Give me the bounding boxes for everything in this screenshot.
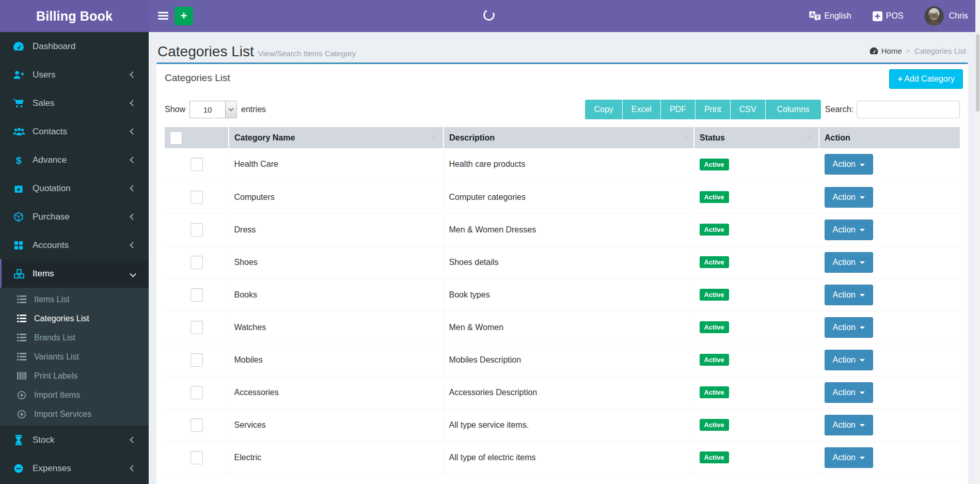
sidebar-item-advance[interactable]: $Advance (0, 146, 149, 174)
sidebar-item-quotation[interactable]: Quotation (0, 174, 149, 202)
export-copy-button[interactable]: Copy (585, 100, 622, 119)
action-dropdown-button[interactable]: Action (825, 350, 873, 370)
chevron-down-icon (130, 271, 136, 277)
quick-add-button[interactable]: + (175, 7, 193, 25)
action-cell: Action (819, 213, 960, 246)
description-cell: Men & Women (444, 311, 694, 344)
category-name-cell: Watches (229, 311, 444, 344)
export-pdf-button[interactable]: PDF (661, 100, 696, 119)
user-menu[interactable]: Chris (924, 6, 968, 26)
row-checkbox[interactable] (191, 321, 203, 334)
export-columns-button[interactable]: Columns (766, 100, 821, 119)
description-cell: Men & Women Dresses (444, 213, 694, 246)
panel-body: Show 10 entries CopyExcelPDFPrintCSVColu… (156, 94, 968, 482)
export-excel-button[interactable]: Excel (623, 100, 661, 119)
sidebar-subitem-print-labels[interactable]: Print Labels (0, 366, 149, 385)
sidebar-subitem-import-items[interactable]: Import Items (0, 385, 149, 404)
row-checkbox[interactable] (191, 418, 203, 432)
add-category-button[interactable]: +Add Category (889, 69, 963, 89)
table-row: ServicesAll type service items.ActiveAct… (165, 409, 960, 441)
action-cell: Action (819, 344, 960, 376)
status-badge: Active (700, 321, 729, 333)
caret-down-icon (860, 392, 865, 394)
action-dropdown-button[interactable]: Action (825, 382, 873, 403)
status-cell: Active (694, 311, 819, 344)
action-dropdown-button[interactable]: Action (825, 252, 873, 273)
breadcrumb-home[interactable]: Home (881, 46, 902, 55)
action-cell: Action (819, 409, 960, 441)
action-dropdown-button[interactable]: Action (825, 447, 873, 468)
row-checkbox[interactable] (191, 223, 203, 237)
row-checkbox[interactable] (191, 386, 203, 399)
status-badge: Active (700, 289, 729, 301)
sidebar-subitem-import-services[interactable]: Import Services (0, 404, 149, 424)
export-button-group: CopyExcelPDFPrintCSVColumns (585, 100, 820, 119)
scrollbar-thumb[interactable] (976, 34, 979, 112)
sort-icon[interactable]: ↓↑ (432, 133, 438, 141)
status-badge: Active (700, 451, 729, 463)
user-name: Chris (949, 11, 968, 21)
import-icon (17, 410, 28, 419)
plus-square-icon (872, 11, 883, 22)
sidebar-item-users[interactable]: Users (0, 60, 149, 89)
sidebar-menu: DashboardUsersSalesContacts$AdvanceQuota… (0, 32, 149, 482)
column-header-category-name[interactable]: Category Name↓↑ (229, 127, 444, 148)
sidebar-item-items[interactable]: Items (0, 259, 149, 288)
status-cell: Active (694, 376, 819, 409)
action-dropdown-button[interactable]: Action (825, 317, 873, 338)
sidebar-subitem-items-list[interactable]: Items List (0, 290, 149, 309)
category-name-cell: Shoes (229, 246, 444, 278)
row-checkbox[interactable] (191, 451, 203, 464)
column-header-description[interactable]: Description↓↑ (444, 127, 694, 148)
search-input[interactable] (857, 101, 960, 118)
language-menu[interactable]: English (809, 11, 851, 21)
sidebar-item-purchase[interactable]: Purchase (0, 202, 149, 231)
caret-down-icon (860, 424, 865, 427)
column-header-status[interactable]: Status↓↑ (694, 127, 819, 148)
row-checkbox[interactable] (191, 353, 203, 367)
category-name-cell: Books (229, 278, 444, 311)
minus-circle-icon (13, 463, 25, 474)
table-row: AccessoriesAccessories DescriptionActive… (165, 376, 960, 409)
row-checkbox[interactable] (191, 256, 203, 269)
sidebar-subitem-variants-list[interactable]: Variants List (0, 347, 149, 366)
status-badge: Active (700, 191, 729, 203)
vertical-scrollbar[interactable] (975, 0, 980, 484)
chevron-left-icon (130, 157, 136, 163)
export-csv-button[interactable]: CSV (731, 100, 766, 119)
sidebar-item-contacts[interactable]: Contacts (0, 117, 149, 146)
sidebar-subitem-brands-list[interactable]: Brands List (0, 328, 149, 347)
entries-select[interactable]: 10 (189, 101, 237, 118)
sort-icon[interactable]: ↓↑ (682, 133, 688, 141)
sidebar-item-expenses[interactable]: Expenses (0, 454, 149, 482)
export-print-button[interactable]: Print (696, 100, 731, 119)
language-label: English (824, 11, 851, 21)
sidebar-item-sales[interactable]: Sales (0, 89, 149, 117)
row-checkbox[interactable] (191, 158, 203, 171)
sidebar-submenu: Items ListCategories ListBrands ListVari… (0, 288, 149, 426)
sidebar-subitem-categories-list[interactable]: Categories List (0, 309, 149, 328)
action-dropdown-button[interactable]: Action (825, 415, 873, 435)
action-dropdown-button[interactable]: Action (825, 154, 873, 175)
sidebar-toggle-icon[interactable] (158, 10, 169, 22)
brand-logo[interactable]: Billing Book (0, 0, 149, 32)
table-head: Category Name↓↑Description↓↑Status↓↑Acti… (165, 127, 960, 148)
list-icon (17, 295, 28, 304)
sort-icon[interactable]: ↓↑ (807, 133, 813, 141)
sidebar-item-accounts[interactable]: Accounts (0, 231, 149, 259)
action-dropdown-button[interactable]: Action (825, 220, 873, 240)
table-row: ElectricAll type of electric itemsActive… (165, 441, 960, 474)
sidebar-item-dashboard[interactable]: Dashboard (0, 32, 149, 60)
pos-menu[interactable]: POS (872, 11, 904, 22)
category-name-cell: Health Care (229, 148, 444, 181)
select-all-checkbox[interactable] (170, 131, 182, 145)
navbar-right: English POS (809, 0, 968, 32)
status-cell: Active (694, 213, 819, 246)
sidebar-item-label: Items (33, 269, 54, 279)
action-dropdown-button[interactable]: Action (825, 285, 873, 305)
row-checkbox[interactable] (191, 288, 203, 302)
description-cell: Book types (444, 278, 694, 311)
row-checkbox[interactable] (191, 191, 203, 204)
sidebar-item-stock[interactable]: Stock (0, 426, 149, 454)
action-dropdown-button[interactable]: Action (825, 187, 873, 208)
